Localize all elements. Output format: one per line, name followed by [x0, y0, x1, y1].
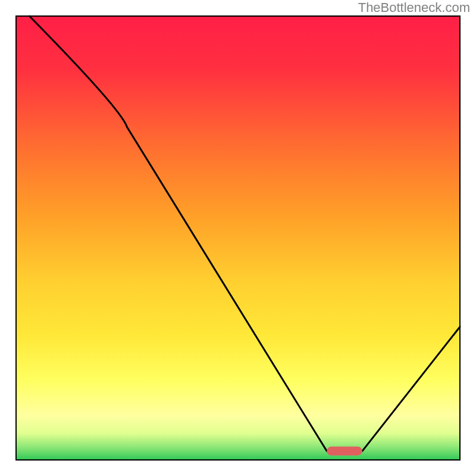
watermark-text: TheBottleneck.com	[358, 0, 470, 15]
plot-background	[16, 16, 460, 460]
chart-svg	[0, 0, 476, 476]
bottleneck-chart: TheBottleneck.com	[0, 0, 476, 476]
optimal-marker	[327, 447, 362, 456]
